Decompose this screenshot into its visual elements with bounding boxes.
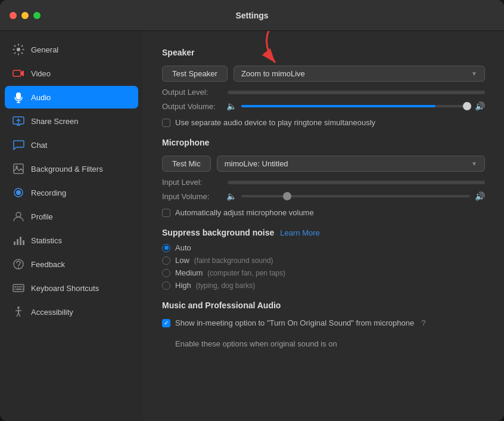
speaker-title: Speaker <box>162 48 485 57</box>
feedback-label: Feedback <box>31 260 65 269</box>
chat-icon <box>12 138 25 151</box>
keyboard-shortcuts-icon <box>12 281 25 295</box>
background-filters-label: Background & Filters <box>31 165 103 174</box>
suppress-title: Suppress background noise <box>162 228 274 237</box>
video-icon <box>12 67 25 80</box>
test-mic-button[interactable]: Test Mic <box>162 156 211 172</box>
mic-volume-low-icon: 🔈 <box>226 191 237 201</box>
original-sound-checkbox[interactable]: ✓ <box>162 319 170 327</box>
title-bar: Settings <box>0 0 504 31</box>
sidebar-item-keyboard-shortcuts[interactable]: Keyboard Shortcuts <box>5 277 138 299</box>
sidebar-item-share-screen[interactable]: Share Screen <box>5 110 138 132</box>
svg-point-12 <box>16 190 21 195</box>
suppress-medium-row: Medium (computer fan, pen taps) <box>162 268 485 277</box>
microphone-section: Microphone Test Mic mimoLive: Untitled ▼… <box>162 138 485 217</box>
profile-label: Profile <box>31 212 53 221</box>
suppress-medium-radio[interactable] <box>162 269 170 277</box>
separate-audio-checkbox[interactable] <box>162 119 170 127</box>
suppress-auto-radio[interactable] <box>162 244 170 252</box>
output-level-bar <box>228 91 485 94</box>
share-screen-icon <box>12 114 25 128</box>
original-sound-label: Show in-meeting option to "Turn On Origi… <box>175 318 414 327</box>
audio-icon <box>12 91 25 104</box>
help-icon[interactable]: ? <box>421 318 425 327</box>
suppress-high-radio[interactable] <box>162 281 170 290</box>
input-level-row: Input Level: <box>162 178 485 187</box>
maximize-button[interactable] <box>33 12 41 19</box>
sidebar-item-chat[interactable]: Chat <box>5 134 138 156</box>
mic-dropdown[interactable]: mimoLive: Untitled ▼ <box>217 156 485 172</box>
sidebar-item-profile[interactable]: Profile <box>5 205 138 228</box>
feedback-icon <box>12 258 25 271</box>
suppress-auto-label: Auto <box>175 243 191 252</box>
svg-rect-24 <box>21 286 23 287</box>
background-filters-icon <box>12 162 25 175</box>
svg-rect-21 <box>14 286 16 287</box>
suppress-header: Suppress background noise Learn More <box>162 228 485 237</box>
original-sound-sub: Enable these options when original sound… <box>162 338 485 349</box>
accessibility-icon <box>12 305 25 318</box>
microphone-controls-row: Test Mic mimoLive: Untitled ▼ <box>162 156 485 172</box>
sidebar-item-accessibility[interactable]: Accessibility <box>5 301 138 323</box>
speaker-dropdown[interactable]: Zoom to mimoLive ▼ <box>234 66 485 82</box>
svg-rect-23 <box>19 286 21 287</box>
content-area: General Video Audio Share <box>0 31 504 421</box>
input-level-label: Input Level: <box>162 178 222 187</box>
svg-point-13 <box>16 212 21 217</box>
audio-label: Audio <box>31 93 51 102</box>
sidebar-item-background-filters[interactable]: Background & Filters <box>5 157 138 180</box>
sidebar-item-recording[interactable]: Recording <box>5 181 138 204</box>
svg-rect-9 <box>14 164 23 174</box>
general-label: General <box>31 45 58 54</box>
test-speaker-button[interactable]: Test Speaker <box>162 66 228 82</box>
minimize-button[interactable] <box>21 12 29 19</box>
svg-point-0 <box>17 48 20 51</box>
suppress-low-radio[interactable] <box>162 256 170 265</box>
profile-icon <box>12 210 25 223</box>
keyboard-shortcuts-label: Keyboard Shortcuts <box>31 284 99 293</box>
speaker-controls-row: Test Speaker Zoom to mimoLive ▼ <box>162 66 485 82</box>
statistics-label: Statistics <box>31 236 62 245</box>
microphone-title: Microphone <box>162 138 485 147</box>
traffic-lights <box>10 12 41 19</box>
sidebar-item-feedback[interactable]: Feedback <box>5 253 138 275</box>
output-volume-thumb[interactable] <box>463 102 471 110</box>
recording-label: Recording <box>31 188 66 197</box>
svg-rect-20 <box>13 284 24 292</box>
input-volume-track[interactable] <box>241 195 470 197</box>
general-icon <box>12 43 25 56</box>
music-section: Music and Professional Audio ✓ Show in-m… <box>162 301 485 349</box>
mic-volume-high-icon: 🔊 <box>475 191 485 201</box>
learn-more-link[interactable]: Learn More <box>280 228 319 237</box>
output-volume-track[interactable] <box>241 105 470 107</box>
suppress-low-label: Low <box>175 256 189 265</box>
chevron-down-icon: ▼ <box>471 70 477 77</box>
close-button[interactable] <box>10 12 17 19</box>
sidebar-item-statistics[interactable]: Statistics <box>5 229 138 252</box>
auto-adjust-checkbox[interactable] <box>162 209 170 217</box>
output-level-label: Output Level: <box>162 88 222 97</box>
suppress-high-label: High <box>175 281 191 290</box>
suppress-radio-group: Auto Low (faint background sound) Medium… <box>162 243 485 290</box>
music-title: Music and Professional Audio <box>162 301 485 310</box>
suppress-low-row: Low (faint background sound) <box>162 256 485 265</box>
svg-rect-25 <box>14 289 15 290</box>
sidebar-item-video[interactable]: Video <box>5 62 138 85</box>
input-volume-label: Input Volume: <box>162 192 222 201</box>
svg-rect-14 <box>14 242 15 245</box>
input-volume-thumb[interactable] <box>283 192 291 200</box>
suppress-high-row: High (typing, dog barks) <box>162 281 485 290</box>
suppress-section: Suppress background noise Learn More Aut… <box>162 228 485 290</box>
sidebar-item-general[interactable]: General <box>5 38 138 61</box>
svg-rect-15 <box>17 239 18 245</box>
sidebar-item-audio[interactable]: Audio <box>5 86 138 109</box>
mic-dropdown-value: mimoLive: Untitled <box>225 159 288 168</box>
suppress-medium-sub: (computer fan, pen taps) <box>207 269 285 277</box>
svg-rect-26 <box>16 289 21 290</box>
separate-audio-label: Use separate audio device to play ringto… <box>175 118 375 127</box>
video-label: Video <box>31 69 51 78</box>
output-volume-row: Output Volume: 🔈 🔊 <box>162 101 485 111</box>
svg-rect-16 <box>20 237 21 245</box>
output-level-row: Output Level: <box>162 88 485 97</box>
window-title: Settings <box>235 11 268 20</box>
